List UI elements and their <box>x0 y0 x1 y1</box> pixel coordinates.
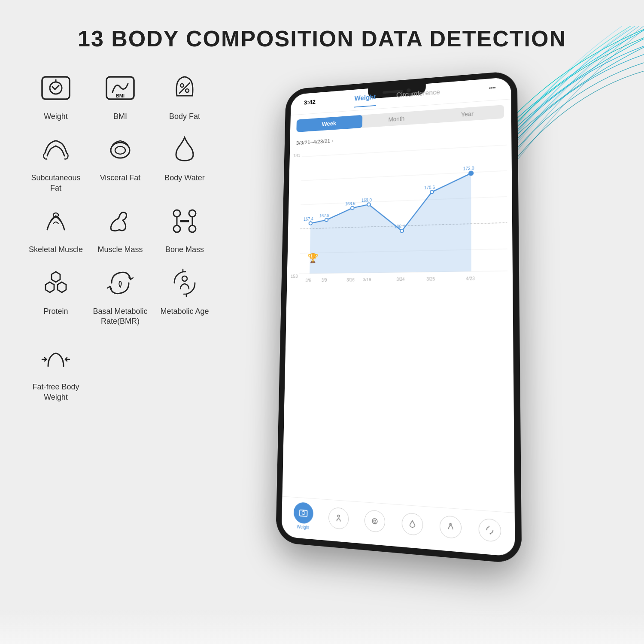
svg-point-8 <box>185 89 189 92</box>
nav-water[interactable] <box>401 512 423 536</box>
icon-item-muscle-mass: Muscle Mass <box>90 202 150 255</box>
icon-item-fat-free: Fat-free Body Weight <box>26 339 86 402</box>
svg-text:3/19: 3/19 <box>363 277 371 282</box>
page-container: 13 BODY COMPOSITION DATA DETECTION Weigh… <box>0 0 644 644</box>
subcutaneous-fat-icon <box>36 130 75 169</box>
nav-refresh[interactable] <box>479 518 501 536</box>
content-area: Weight BMI BMI <box>0 52 644 644</box>
icon-item-weight: Weight <box>26 69 86 122</box>
time-display: 3:42 <box>304 98 316 106</box>
icon-item-body-water: Body Water <box>155 130 215 193</box>
weight-label: Weight <box>44 112 68 122</box>
svg-text:167.8: 167.8 <box>319 213 329 219</box>
chart-area: 181 153 <box>287 136 513 286</box>
status-icons: ▪▪▪▪ <box>489 85 496 91</box>
protein-icon <box>36 264 75 302</box>
period-week[interactable]: Week <box>296 115 362 132</box>
svg-point-23 <box>182 276 187 281</box>
bmi-icon: BMI <box>101 69 140 107</box>
nav-body[interactable] <box>328 507 349 531</box>
svg-point-10 <box>111 143 130 158</box>
nav-refresh-icon <box>479 518 501 536</box>
svg-point-33 <box>309 222 312 225</box>
icon-item-bmi: BMI BMI <box>90 69 150 122</box>
icon-item-skeletal-muscle: Skeletal Muscle <box>26 202 86 255</box>
body-fat-icon <box>165 69 204 107</box>
icon-item-metabolic-age: Metabolic Age <box>155 264 215 327</box>
svg-text:166.4: 166.4 <box>394 224 405 229</box>
bmi-label: BMI <box>113 112 127 122</box>
svg-text:3/16: 3/16 <box>346 277 355 282</box>
svg-text:3/24: 3/24 <box>396 277 405 282</box>
svg-point-56 <box>302 511 305 515</box>
svg-point-7 <box>180 84 184 87</box>
svg-point-34 <box>325 218 328 222</box>
phone-section: .wave { fill: none; stroke-width: 1.5; } <box>240 52 644 644</box>
icon-item-body-fat: Body Fat <box>155 69 215 122</box>
svg-text:🏆: 🏆 <box>307 252 319 264</box>
period-month[interactable]: Month <box>362 110 431 128</box>
tab-weight[interactable]: Weight <box>354 94 376 105</box>
bottom-fade <box>0 610 644 644</box>
svg-point-14 <box>189 210 196 217</box>
svg-point-39 <box>469 171 473 175</box>
nav-weight-label: Weight <box>297 524 310 530</box>
svg-text:153: 153 <box>291 273 298 279</box>
svg-text:167.4: 167.4 <box>304 216 314 222</box>
svg-text:4/23: 4/23 <box>466 276 474 281</box>
svg-text:170.6: 170.6 <box>424 185 435 190</box>
icons-section: Weight BMI BMI <box>0 52 240 644</box>
svg-line-26 <box>302 145 507 157</box>
svg-line-27 <box>301 171 507 181</box>
phone-content: Weight Circumference Week Month Year 3/3… <box>282 77 515 536</box>
bone-mass-icon <box>165 202 204 240</box>
svg-marker-20 <box>52 272 60 282</box>
visceral-fat-label: Visceral Fat <box>100 173 141 183</box>
body-water-label: Body Water <box>164 173 204 183</box>
svg-point-16 <box>189 225 196 232</box>
phone-inner: 3:42 ▪▪▪▪ Weight Circumference <box>276 70 522 564</box>
nav-muscle[interactable] <box>440 515 462 536</box>
svg-text:3/9: 3/9 <box>322 278 327 283</box>
metabolic-age-icon <box>165 264 204 302</box>
skeletal-muscle-icon <box>36 202 75 240</box>
nav-muscle-icon <box>440 515 462 536</box>
date-range-text: 3/3/21~4/23/21 <box>296 138 331 146</box>
chart-svg: 181 153 <box>287 136 513 286</box>
svg-line-28 <box>301 197 507 205</box>
svg-marker-21 <box>46 282 54 292</box>
svg-point-59 <box>372 518 377 524</box>
period-year[interactable]: Year <box>431 105 504 123</box>
svg-text:168.6: 168.6 <box>345 201 355 207</box>
svg-text:3/6: 3/6 <box>305 278 311 283</box>
visceral-fat-icon <box>101 130 140 169</box>
nav-body-icon <box>328 507 349 529</box>
nav-ring-icon <box>365 509 386 532</box>
svg-point-13 <box>173 210 180 217</box>
svg-point-58 <box>337 515 340 517</box>
icon-item-subcutaneous-fat: Subcutaneous Fat <box>26 130 86 193</box>
bmr-label: Basal Metabolic Rate(BMR) <box>90 307 150 327</box>
nav-ring[interactable] <box>365 509 386 534</box>
muscle-mass-label: Muscle Mass <box>97 245 143 255</box>
nav-weight-icon <box>293 502 313 524</box>
svg-point-38 <box>430 190 434 194</box>
svg-text:3/25: 3/25 <box>426 276 435 282</box>
svg-text:181: 181 <box>293 153 301 158</box>
muscle-mass-icon <box>101 202 140 240</box>
body-fat-label: Body Fat <box>169 112 200 122</box>
nav-weight[interactable]: Weight <box>293 502 313 531</box>
date-range-arrow: › <box>332 138 334 144</box>
nav-water-icon <box>401 512 423 536</box>
fat-free-icon <box>36 339 75 378</box>
svg-point-37 <box>400 229 404 233</box>
page-title: 13 BODY COMPOSITION DATA DETECTION <box>78 26 566 52</box>
icon-item-bone-mass: Bone Mass <box>155 202 215 255</box>
protein-label: Protein <box>43 307 68 316</box>
phone-mockup: 3:42 ▪▪▪▪ Weight Circumference <box>276 70 522 564</box>
icon-item-protein: Protein <box>26 264 86 327</box>
weight-icon <box>36 69 75 107</box>
body-water-icon <box>165 130 204 169</box>
svg-marker-22 <box>58 282 66 292</box>
fat-free-label: Fat-free Body Weight <box>26 382 86 402</box>
